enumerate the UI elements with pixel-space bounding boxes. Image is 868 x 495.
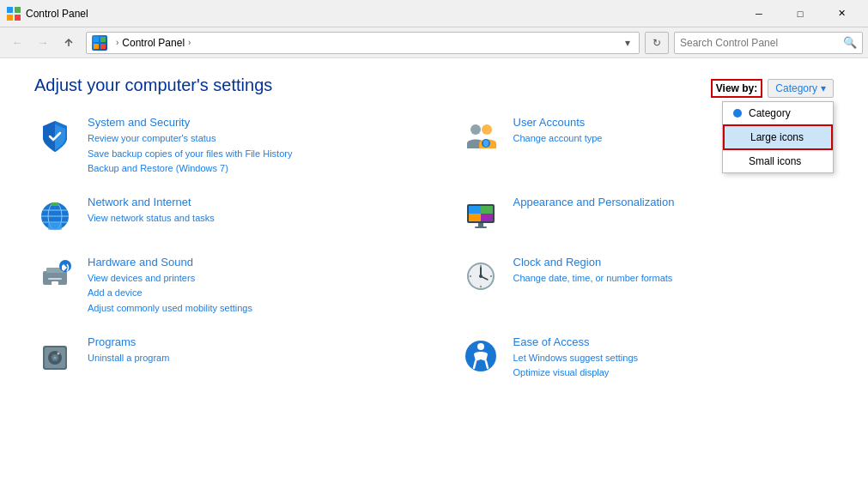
view-by-area: View by: Category ▾ xyxy=(711,79,834,98)
user-accounts-link-1[interactable]: Change account type xyxy=(513,131,603,147)
svg-point-9 xyxy=(482,124,492,135)
ease-icon xyxy=(460,335,501,377)
window-icon xyxy=(7,7,21,21)
svg-rect-28 xyxy=(48,278,62,280)
appearance-content: Appearance and Personalization xyxy=(513,196,675,211)
hardware-content: Hardware and Sound View devices and prin… xyxy=(88,256,252,317)
svg-rect-0 xyxy=(7,7,13,13)
category-hardware: Hardware and Sound View devices and prin… xyxy=(34,256,409,317)
ease-title[interactable]: Ease of Access xyxy=(513,335,639,348)
svg-rect-21 xyxy=(481,206,493,214)
address-end-separator: › xyxy=(188,38,191,47)
svg-rect-23 xyxy=(481,214,493,221)
menu-item-large-icons-label: Large icons xyxy=(750,131,804,143)
hardware-link-2[interactable]: Add a device xyxy=(88,286,252,301)
svg-rect-7 xyxy=(100,44,106,49)
appearance-icon xyxy=(460,196,501,237)
main-content: Adjust your computer's settings View by:… xyxy=(0,58,868,495)
menu-item-small-icons[interactable]: Small icons xyxy=(723,150,833,172)
clock-link-1[interactable]: Change date, time, or number formats xyxy=(513,271,673,287)
category-ease: Ease of Access Let Windows suggest setti… xyxy=(460,335,835,381)
user-accounts-title[interactable]: User Accounts xyxy=(513,116,603,129)
window-controls: ─ □ ✕ xyxy=(739,0,861,27)
system-security-title[interactable]: System and Security xyxy=(88,116,292,129)
svg-rect-25 xyxy=(475,226,487,228)
network-link-1[interactable]: View network status and tasks xyxy=(88,211,215,226)
programs-icon xyxy=(34,335,76,377)
menu-item-category-label: Category xyxy=(749,107,791,119)
programs-title[interactable]: Programs xyxy=(88,335,169,348)
category-appearance: Appearance and Personalization xyxy=(460,196,835,237)
view-by-dropdown[interactable]: Category ▾ xyxy=(768,79,834,98)
title-bar: Control Panel ─ □ ✕ xyxy=(0,0,868,27)
clock-content: Clock and Region Change date, time, or n… xyxy=(513,256,673,287)
svg-rect-6 xyxy=(94,44,99,49)
radio-selected-icon xyxy=(733,109,742,118)
network-icon xyxy=(34,196,76,237)
svg-rect-29 xyxy=(52,281,58,285)
menu-item-large-icons[interactable]: Large icons xyxy=(723,124,833,150)
view-by-label: View by: xyxy=(711,79,762,98)
hardware-icon xyxy=(34,256,76,297)
refresh-button[interactable]: ↻ xyxy=(645,32,669,54)
system-security-content: System and Security Review your computer… xyxy=(88,116,292,177)
hardware-link-1[interactable]: View devices and printers xyxy=(88,271,252,287)
search-icon[interactable]: 🔍 xyxy=(843,36,857,49)
svg-rect-4 xyxy=(94,37,99,42)
system-security-link-2[interactable]: Save backup copies of your files with Fi… xyxy=(88,147,292,162)
svg-rect-20 xyxy=(469,206,481,214)
ease-content: Ease of Access Let Windows suggest setti… xyxy=(513,335,639,381)
menu-item-category[interactable]: Category xyxy=(723,102,833,124)
up-button[interactable] xyxy=(57,31,81,55)
address-bar[interactable]: › Control Panel › ▾ xyxy=(86,32,640,54)
radio-empty-icon2 xyxy=(733,157,742,166)
network-content: Network and Internet View network status… xyxy=(88,196,215,226)
user-accounts-content: User Accounts Change account type xyxy=(513,116,603,147)
network-title[interactable]: Network and Internet xyxy=(88,196,215,208)
dropdown-arrow-icon: ▾ xyxy=(821,82,826,94)
svg-point-47 xyxy=(477,343,484,350)
user-accounts-icon xyxy=(460,116,501,157)
address-icon xyxy=(92,35,107,51)
svg-point-8 xyxy=(470,124,481,135)
category-clock: Clock and Region Change date, time, or n… xyxy=(460,256,835,317)
hardware-title[interactable]: Hardware and Sound xyxy=(88,256,252,269)
search-input[interactable] xyxy=(680,37,843,49)
menu-item-small-icons-label: Small icons xyxy=(749,155,801,167)
back-button[interactable]: ← xyxy=(5,31,29,55)
close-button[interactable]: ✕ xyxy=(822,0,861,27)
radio-empty-icon xyxy=(735,133,744,142)
svg-point-45 xyxy=(58,352,60,354)
svg-rect-22 xyxy=(469,214,481,221)
svg-rect-5 xyxy=(100,37,106,42)
svg-rect-2 xyxy=(7,15,13,21)
programs-link-1[interactable]: Uninstall a program xyxy=(88,351,169,366)
clock-icon xyxy=(460,256,501,297)
hardware-link-3[interactable]: Adjust commonly used mobility settings xyxy=(88,301,252,317)
ease-link-1[interactable]: Let Windows suggest settings xyxy=(513,351,639,366)
categories-grid: System and Security Review your computer… xyxy=(34,116,834,400)
system-security-link-1[interactable]: Review your computer's status xyxy=(88,131,292,147)
address-path: Control Panel xyxy=(122,37,185,49)
svg-rect-1 xyxy=(15,7,21,13)
clock-title[interactable]: Clock and Region xyxy=(513,256,673,269)
category-network: Network and Internet View network status… xyxy=(34,196,409,237)
view-by-menu: Category Large icons Small icons xyxy=(722,101,834,173)
nav-bar: ← → › Control Panel › ▾ ↻ 🔍 xyxy=(0,27,868,58)
ease-link-2[interactable]: Optimize visual display xyxy=(513,365,639,381)
maximize-button[interactable]: □ xyxy=(780,0,820,27)
search-bar[interactable]: 🔍 xyxy=(674,32,863,54)
programs-content: Programs Uninstall a program xyxy=(88,335,169,366)
svg-rect-3 xyxy=(15,15,21,21)
svg-rect-17 xyxy=(52,202,58,206)
minimize-button[interactable]: ─ xyxy=(739,0,779,27)
view-by-value: Category xyxy=(775,82,817,94)
system-security-link-3[interactable]: Backup and Restore (Windows 7) xyxy=(88,161,292,177)
svg-rect-16 xyxy=(48,221,62,230)
svg-point-44 xyxy=(54,356,57,359)
appearance-title[interactable]: Appearance and Personalization xyxy=(513,196,675,208)
system-security-icon xyxy=(34,116,76,157)
forward-button[interactable]: → xyxy=(31,31,55,55)
category-programs: Programs Uninstall a program xyxy=(34,335,409,381)
address-dropdown-arrow[interactable]: ▾ xyxy=(622,35,634,51)
